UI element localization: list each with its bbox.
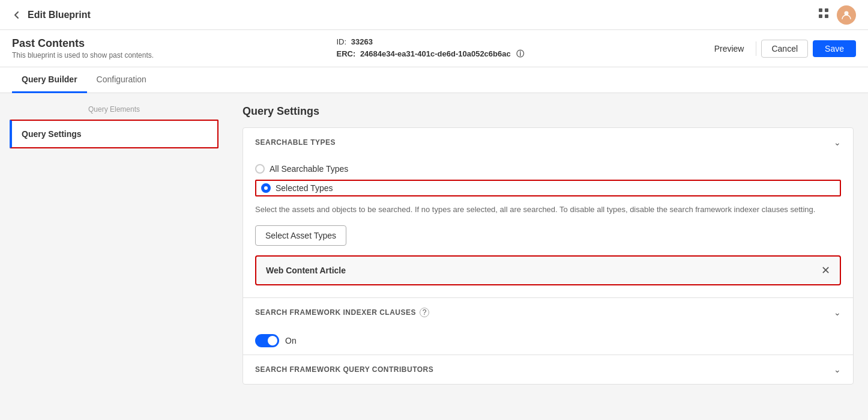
header-left: Past Contents This blueprint is used to … xyxy=(12,37,154,59)
searchable-types-section: SEARCHABLE TYPES ⌄ All Searchable Types xyxy=(243,128,853,298)
blueprint-title: Past Contents xyxy=(12,37,154,50)
radio-group: All Searchable Types Selected Types xyxy=(255,164,841,196)
header-right: Preview Cancel Save xyxy=(707,40,856,58)
asset-tag-container: Web Content Article ✕ xyxy=(255,255,841,285)
svg-rect-1 xyxy=(825,8,828,12)
query-settings-card: SEARCHABLE TYPES ⌄ All Searchable Types xyxy=(243,127,854,385)
radio-all-searchable[interactable]: All Searchable Types xyxy=(255,164,841,174)
sidebar-item-label: Query Settings xyxy=(22,129,82,139)
top-nav-left: Edit Blueprint xyxy=(12,10,91,20)
searchable-types-body: All Searchable Types Selected Types Sele… xyxy=(243,157,853,297)
info-icon[interactable]: ⓘ xyxy=(516,49,524,58)
toggle-row: On xyxy=(243,327,853,355)
framework-indexer-header[interactable]: SEARCH FRAMEWORK INDEXER CLAUSES ? ⌄ xyxy=(243,298,853,327)
divider xyxy=(756,41,756,56)
searchable-types-header[interactable]: SEARCHABLE TYPES ⌄ xyxy=(243,128,853,157)
svg-rect-3 xyxy=(825,14,828,18)
preview-button[interactable]: Preview xyxy=(707,40,752,57)
radio-circle-selected xyxy=(261,183,271,193)
query-settings-title: Query Settings xyxy=(243,105,854,118)
radio-label-all: All Searchable Types xyxy=(270,164,348,174)
searchable-types-arrow: ⌄ xyxy=(834,138,841,147)
cancel-button[interactable]: Cancel xyxy=(761,40,808,58)
framework-query-header[interactable]: SEARCH FRAMEWORK QUERY CONTRIBUTORS ⌄ xyxy=(243,355,853,384)
tab-query-builder[interactable]: Query Builder xyxy=(12,67,87,93)
framework-indexer-info-icon[interactable]: ? xyxy=(420,308,429,317)
select-asset-types-button[interactable]: Select Asset Types xyxy=(255,225,346,246)
main-content: Query Elements Query Settings Query Sett… xyxy=(0,93,868,419)
sidebar-item-query-settings[interactable]: Query Settings xyxy=(10,120,219,148)
asset-tag-label: Web Content Article xyxy=(266,266,346,275)
header-section: Past Contents This blueprint is used to … xyxy=(0,30,868,67)
indexer-toggle-label: On xyxy=(285,336,297,345)
radio-label-selected: Selected Types xyxy=(276,183,333,193)
framework-indexer-section: SEARCH FRAMEWORK INDEXER CLAUSES ? ⌄ On xyxy=(243,298,853,355)
user-avatar[interactable] xyxy=(837,5,856,25)
tabs-bar: Query Builder Configuration xyxy=(0,67,868,93)
svg-rect-2 xyxy=(819,14,822,18)
sidebar-section-label: Query Elements xyxy=(10,105,219,114)
indexer-toggle[interactable] xyxy=(255,334,279,347)
back-button[interactable] xyxy=(12,10,22,20)
blueprint-id: ID: 33263 xyxy=(336,37,524,46)
framework-query-arrow: ⌄ xyxy=(834,365,841,374)
searchable-types-help-text: Select the assets and objects to be sear… xyxy=(255,204,841,216)
page-title: Edit Blueprint xyxy=(28,10,91,20)
searchable-types-label: SEARCHABLE TYPES xyxy=(255,138,336,147)
framework-indexer-arrow: ⌄ xyxy=(834,308,841,317)
grid-icon[interactable] xyxy=(818,7,830,22)
blueprint-subtitle: This blueprint is used to show past cont… xyxy=(12,51,154,59)
save-button[interactable]: Save xyxy=(813,40,856,57)
framework-query-label: SEARCH FRAMEWORK QUERY CONTRIBUTORS xyxy=(255,365,433,374)
radio-circle-all xyxy=(255,164,265,174)
top-nav-right xyxy=(818,5,856,25)
blueprint-erc: ERC: 24684e34-ea31-401c-de6d-10a052c6b6a… xyxy=(336,49,524,59)
tab-configuration[interactable]: Configuration xyxy=(87,67,156,93)
framework-query-section: SEARCH FRAMEWORK QUERY CONTRIBUTORS ⌄ xyxy=(243,355,853,384)
header-center: ID: 33263 ERC: 24684e34-ea31-401c-de6d-1… xyxy=(336,37,524,59)
top-nav: Edit Blueprint xyxy=(0,0,868,30)
right-panel: Query Settings SEARCHABLE TYPES ⌄ All Se… xyxy=(228,93,868,419)
remove-asset-tag-button[interactable]: ✕ xyxy=(821,265,830,276)
sidebar: Query Elements Query Settings xyxy=(0,93,228,419)
framework-indexer-label: SEARCH FRAMEWORK INDEXER CLAUSES xyxy=(255,308,416,317)
toggle-knob xyxy=(268,336,277,345)
svg-rect-0 xyxy=(819,8,822,12)
radio-selected-types[interactable]: Selected Types xyxy=(255,180,841,196)
